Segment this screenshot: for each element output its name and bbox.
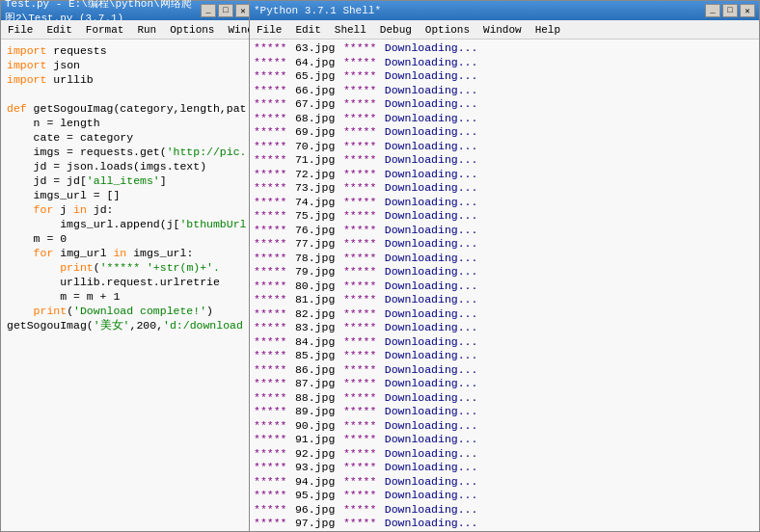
stars-prefix: *****: [254, 405, 288, 419]
download-status: Downloading...: [371, 489, 477, 503]
menu-file[interactable]: File: [5, 24, 36, 36]
download-status: Downloading...: [371, 140, 477, 154]
download-row: ***** 65.jpg ***** Downloading...: [254, 69, 755, 84]
filename: 79.jpg: [288, 265, 337, 279]
download-row: ***** 90.jpg ***** Downloading...: [254, 419, 755, 434]
download-status: Downloading...: [371, 293, 477, 307]
stars-prefix: *****: [254, 196, 288, 210]
download-row: ***** 78.jpg ***** Downloading...: [254, 252, 755, 266]
download-status: Downloading...: [371, 168, 477, 182]
filename: 80.jpg: [288, 279, 337, 294]
filename: 83.jpg: [288, 321, 337, 335]
stars-suffix: *****: [337, 196, 371, 210]
filename: 67.jpg: [288, 97, 337, 112]
stars-suffix: *****: [337, 168, 371, 182]
stars-prefix: *****: [254, 335, 288, 350]
shell-menu-file[interactable]: File: [254, 24, 285, 36]
code-line: m = 0: [7, 231, 249, 246]
download-row: ***** 92.jpg ***** Downloading...: [254, 447, 755, 462]
shell-menu-debug[interactable]: Debug: [377, 24, 415, 36]
stars-prefix: *****: [254, 140, 288, 154]
filename: 96.jpg: [288, 503, 337, 518]
stars-suffix: *****: [337, 112, 371, 126]
filename: 70.jpg: [288, 140, 337, 154]
stars-prefix: *****: [254, 363, 288, 378]
download-row: ***** 63.jpg ***** Downloading...: [254, 41, 755, 56]
shell-menu-options[interactable]: Options: [422, 24, 473, 36]
download-status: Downloading...: [371, 335, 477, 350]
filename: 69.jpg: [288, 125, 337, 140]
download-row: ***** 75.jpg ***** Downloading...: [254, 209, 755, 224]
code-line: jd = json.loads(imgs.text): [7, 159, 249, 173]
menu-edit[interactable]: Edit: [43, 24, 74, 36]
download-status: Downloading...: [371, 196, 477, 210]
download-status: Downloading...: [371, 237, 477, 252]
download-status: Downloading...: [371, 531, 477, 532]
shell-titlebar: *Python 3.7.1 Shell* _ □ ✕: [250, 1, 759, 20]
shell-minimize[interactable]: _: [705, 4, 720, 17]
download-row: ***** 91.jpg ***** Downloading...: [254, 433, 755, 447]
shell-menu-shell[interactable]: Shell: [332, 24, 369, 36]
download-row: ***** 84.jpg ***** Downloading...: [254, 335, 755, 350]
shell-menu-window[interactable]: Window: [480, 24, 525, 36]
download-status: Downloading...: [371, 224, 477, 238]
shell-menu-help[interactable]: Help: [532, 24, 563, 36]
code-line: imgs = requests.get('http://pic.: [7, 145, 249, 159]
download-row: ***** 82.jpg ***** Downloading...: [254, 307, 755, 322]
stars-suffix: *****: [337, 391, 371, 406]
code-line: getSogouImag('美女',200,'d:/download: [7, 318, 249, 332]
editor-minimize[interactable]: _: [201, 4, 216, 17]
download-status: Downloading...: [371, 41, 477, 56]
download-row: ***** 94.jpg ***** Downloading...: [254, 475, 755, 490]
stars-suffix: *****: [337, 405, 371, 419]
filename: 98.jpg: [288, 531, 337, 532]
filename: 92.jpg: [288, 447, 337, 462]
shell-title: *Python 3.7.1 Shell*: [254, 5, 381, 16]
download-row: ***** 71.jpg ***** Downloading...: [254, 153, 755, 168]
editor-menubar: File Edit Format Run Options Window: [1, 20, 255, 40]
download-row: ***** 79.jpg ***** Downloading...: [254, 265, 755, 279]
code-editor[interactable]: import requests import json import urlli…: [1, 40, 255, 531]
download-row: ***** 85.jpg ***** Downloading...: [254, 349, 755, 363]
shell-output: ***** 63.jpg ***** Downloading...***** 6…: [250, 40, 759, 531]
shell-maximize[interactable]: □: [722, 4, 738, 17]
stars-suffix: *****: [337, 237, 371, 252]
filename: 73.jpg: [288, 181, 337, 196]
stars-prefix: *****: [254, 252, 288, 266]
code-line: urllib.request.urlretrie: [7, 275, 249, 289]
stars-prefix: *****: [254, 181, 288, 196]
menu-run[interactable]: Run: [134, 24, 159, 36]
menu-options[interactable]: Options: [167, 24, 217, 36]
shell-menubar: File Edit Shell Debug Options Window Hel…: [250, 20, 759, 40]
code-line: cate = category: [7, 130, 249, 145]
shell-menu-edit[interactable]: Edit: [292, 24, 323, 36]
stars-suffix: *****: [337, 349, 371, 363]
editor-maximize[interactable]: □: [218, 4, 233, 17]
code-line: print('***** '+str(m)+'.: [7, 260, 249, 275]
download-row: ***** 83.jpg ***** Downloading...: [254, 321, 755, 335]
download-row: ***** 77.jpg ***** Downloading...: [254, 237, 755, 252]
filename: 74.jpg: [288, 196, 337, 210]
filename: 66.jpg: [288, 84, 337, 98]
shell-close[interactable]: ✕: [740, 4, 755, 17]
editor-controls[interactable]: _ □ ✕: [201, 4, 251, 17]
download-row: ***** 68.jpg ***** Downloading...: [254, 112, 755, 126]
menu-format[interactable]: Format: [83, 24, 127, 36]
shell-controls[interactable]: _ □ ✕: [705, 4, 755, 17]
filename: 85.jpg: [288, 349, 337, 363]
code-line: jd = jd['all_items']: [7, 173, 249, 188]
download-status: Downloading...: [371, 112, 477, 126]
code-line: def getSogouImag(category,length,pat: [7, 101, 249, 116]
code-line: imgs_url = []: [7, 188, 249, 202]
stars-prefix: *****: [254, 237, 288, 252]
stars-suffix: *****: [337, 475, 371, 490]
stars-suffix: *****: [337, 125, 371, 140]
download-status: Downloading...: [371, 363, 477, 378]
stars-prefix: *****: [254, 153, 288, 168]
code-line: m = m + 1: [7, 289, 249, 304]
stars-prefix: *****: [254, 517, 288, 531]
stars-suffix: *****: [337, 489, 371, 503]
filename: 82.jpg: [288, 307, 337, 322]
editor-titlebar: Test.py - E:\编程\python\网络爬图2\Test.py (3.…: [1, 1, 255, 20]
download-row: ***** 72.jpg ***** Downloading...: [254, 168, 755, 182]
